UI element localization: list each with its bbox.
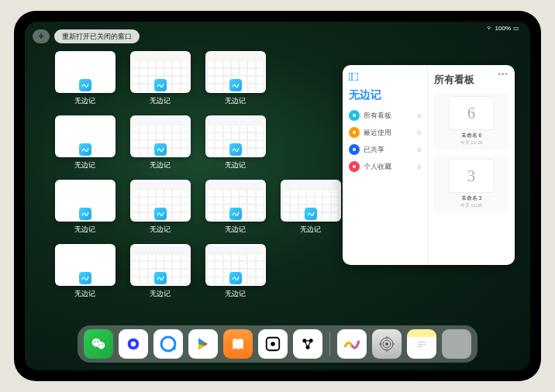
svg-point-25: [385, 342, 388, 346]
app-label: 无边记: [225, 289, 246, 299]
svg-rect-0: [349, 73, 358, 81]
board-name: 未命名 6: [461, 132, 482, 139]
dock-app-wechat[interactable]: [84, 329, 113, 359]
window-thumbnail: [55, 115, 115, 157]
app-label: 无边记: [225, 225, 246, 235]
freeform-icon: [79, 143, 91, 156]
freeform-icon: [79, 272, 91, 284]
freeform-panel[interactable]: ••• 无边记 所有看板0最近使用0已共享0个人收藏0 所有看板 6未命名 6今…: [343, 65, 515, 265]
app-label: 无边记: [225, 96, 246, 106]
category-count: 0: [418, 112, 421, 119]
reopen-closed-window-button[interactable]: 重新打开已关闭的窗口: [54, 29, 140, 43]
board-name: 未命名 3: [461, 194, 482, 202]
freeform-icon: [154, 272, 167, 284]
freeform-icon: [154, 143, 167, 156]
window-thumbnail: [130, 244, 191, 286]
freeform-icon: [229, 208, 242, 220]
app-window[interactable]: 无边记: [280, 180, 341, 235]
app-window[interactable]: 无边记: [129, 180, 191, 235]
window-thumbnail: [205, 115, 266, 157]
category-label: 最近使用: [364, 128, 391, 138]
panel-sidebar: 无边记 所有看板0最近使用0已共享0个人收藏0: [343, 65, 428, 265]
board-card[interactable]: 6未命名 6今天 11:26: [434, 93, 508, 150]
category-label: 个人收藏: [364, 162, 391, 172]
window-thumbnail: [55, 244, 115, 286]
dock: [78, 325, 477, 363]
category-item[interactable]: 个人收藏0: [349, 161, 421, 172]
wifi-icon: ᯤ: [487, 25, 493, 32]
app-window[interactable]: 无边记: [129, 244, 191, 299]
app-window[interactable]: 无边记: [205, 51, 266, 106]
panel-title: 无边记: [349, 88, 421, 102]
dock-app-books[interactable]: [223, 329, 253, 359]
category-label: 所有看板: [364, 111, 391, 121]
freeform-icon: [229, 272, 242, 284]
app-window[interactable]: 无边记: [54, 180, 115, 235]
app-window[interactable]: 无边记: [129, 115, 191, 170]
battery-label: 100%: [495, 25, 511, 32]
dock-app-play[interactable]: [188, 329, 218, 359]
status-bar: ᯤ 100% ▭: [487, 25, 519, 32]
category-count: 0: [418, 146, 421, 153]
category-count: 0: [418, 163, 421, 170]
app-label: 无边记: [74, 96, 95, 106]
sidebar-toggle-icon[interactable]: [349, 73, 421, 82]
dock-app-connect[interactable]: [293, 329, 322, 359]
freeform-icon: [79, 79, 91, 91]
svg-point-7: [98, 342, 105, 349]
category-item[interactable]: 所有看板0: [349, 110, 421, 121]
window-thumbnail: [205, 51, 266, 93]
dock-app-dice[interactable]: [258, 329, 288, 359]
dock-app-notes[interactable]: [407, 329, 436, 359]
app-window[interactable]: 无边记: [205, 115, 266, 170]
category-count: 0: [418, 129, 421, 136]
dock-app-freeform[interactable]: [337, 329, 367, 359]
app-window[interactable]: 无边记: [54, 51, 115, 106]
svg-point-4: [353, 148, 356, 151]
app-window[interactable]: 无边记: [205, 180, 266, 235]
category-item[interactable]: 最近使用0: [349, 127, 421, 138]
freeform-icon: [154, 79, 167, 91]
dock-separator: [329, 332, 330, 356]
freeform-icon: [229, 143, 242, 156]
ipad-frame: ᯤ 100% ▭ + 重新打开已关闭的窗口 无边记无边记无边记无边记无边记无边记…: [14, 11, 541, 381]
more-icon[interactable]: •••: [498, 70, 508, 78]
dock-app-quark[interactable]: [119, 329, 148, 359]
board-date: 今天 11:25: [460, 202, 483, 209]
category-icon: [349, 127, 360, 138]
dock-app-library[interactable]: [442, 329, 471, 359]
app-label: 无边记: [74, 225, 95, 235]
app-expose-grid: 无边记无边记无边记无边记无边记无边记无边记无边记无边记无边记无边记无边记无边记: [54, 51, 341, 299]
app-label: 无边记: [150, 225, 171, 235]
board-card[interactable]: 3未命名 3今天 11:25: [434, 156, 508, 212]
window-thumbnail: [55, 51, 115, 93]
dock-app-settings[interactable]: [372, 329, 402, 359]
category-item[interactable]: 已共享0: [349, 144, 421, 155]
svg-point-8: [95, 341, 96, 342]
new-window-button[interactable]: +: [33, 29, 50, 43]
window-thumbnail: [205, 244, 266, 286]
window-thumbnail: [281, 180, 341, 222]
svg-point-3: [353, 131, 356, 134]
app-window[interactable]: 无边记: [54, 115, 115, 170]
category-list: 所有看板0最近使用0已共享0个人收藏0: [349, 110, 421, 172]
app-label: 无边记: [74, 289, 95, 299]
top-bar: + 重新打开已关闭的窗口: [33, 29, 140, 43]
app-window[interactable]: 无边记: [129, 51, 191, 106]
app-label: 无边记: [225, 160, 246, 170]
dock-app-qqbrowser[interactable]: [153, 329, 183, 359]
app-window[interactable]: 无边记: [54, 244, 115, 299]
freeform-icon: [305, 208, 317, 220]
category-icon: [349, 144, 360, 155]
svg-point-16: [271, 342, 275, 346]
panel-main: 所有看板 6未命名 6今天 11:263未命名 3今天 11:25: [428, 65, 515, 265]
board-thumbnail: 6: [448, 96, 495, 130]
app-label: 无边记: [300, 225, 321, 235]
board-date: 今天 11:26: [460, 139, 483, 146]
category-icon: [349, 161, 360, 172]
freeform-icon: [79, 208, 91, 220]
window-thumbnail: [55, 180, 115, 222]
app-window[interactable]: 无边记: [205, 244, 266, 299]
window-thumbnail: [205, 180, 266, 222]
battery-icon: ▭: [513, 25, 519, 32]
